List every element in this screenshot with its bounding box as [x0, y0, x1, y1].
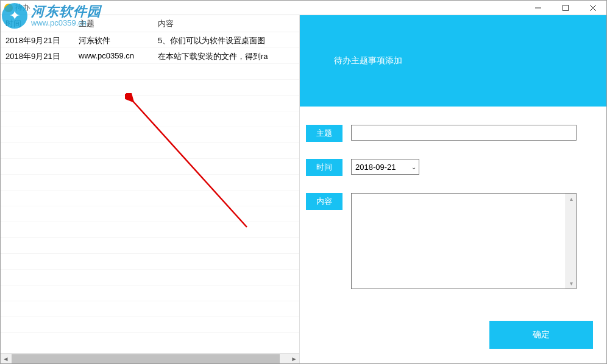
- textarea-scrollbar[interactable]: ▴ ▾: [566, 194, 576, 289]
- cell-content: 在本站下载安装的文件，得到ra: [153, 48, 299, 63]
- app-icon: [4, 4, 13, 12]
- table-row[interactable]: 2018年9月21日 www.pc0359.cn 在本站下载安装的文件，得到ra: [1, 48, 299, 64]
- table-row[interactable]: [1, 111, 299, 127]
- scroll-left-icon[interactable]: ◄: [1, 354, 11, 364]
- content-label: 内容: [306, 193, 343, 210]
- table-row[interactable]: [1, 301, 299, 317]
- content-textarea-wrap: ▴ ▾: [351, 193, 577, 289]
- table-header: 时间 主题 内容: [1, 15, 299, 32]
- horizontal-scrollbar[interactable]: ◄ ►: [1, 353, 299, 363]
- subject-label: 主题: [306, 125, 343, 142]
- svg-rect-1: [563, 5, 568, 10]
- time-row: 时间 2018-09-21 ⌄: [306, 159, 593, 176]
- subject-input[interactable]: [351, 125, 577, 141]
- minimize-icon: [535, 5, 541, 11]
- time-label: 时间: [306, 159, 343, 176]
- add-todo-panel: 待办主题事项添加 主题 时间 2018-09-21 ⌄ 内容 ▴: [299, 15, 606, 363]
- content-textarea[interactable]: [352, 194, 566, 289]
- maximize-icon: [563, 5, 569, 11]
- table-row[interactable]: [1, 206, 299, 222]
- chevron-down-icon: ⌄: [411, 164, 416, 170]
- cell-subject: 河东软件: [74, 32, 153, 47]
- subject-row: 主题: [306, 125, 593, 142]
- cell-content: 5、你们可以为软件设置桌面图: [153, 32, 299, 47]
- date-value: 2018-09-21: [355, 163, 396, 172]
- panel-title: 待办主题事项添加: [334, 55, 402, 66]
- table-row[interactable]: [1, 191, 299, 206]
- table-row[interactable]: [1, 254, 299, 270]
- confirm-button[interactable]: 确定: [489, 321, 593, 349]
- titlebar-left: 待办: [4, 2, 30, 13]
- header-subject[interactable]: 主题: [74, 15, 153, 32]
- table-row[interactable]: [1, 238, 299, 254]
- date-picker[interactable]: 2018-09-21 ⌄: [351, 159, 419, 175]
- cell-time: 2018年9月21日: [1, 32, 74, 47]
- table-row[interactable]: [1, 64, 299, 80]
- table-row[interactable]: [1, 317, 299, 333]
- panel-header: 待办主题事项添加: [300, 15, 606, 107]
- table-row[interactable]: [1, 222, 299, 238]
- table-row[interactable]: [1, 285, 299, 301]
- minimize-button[interactable]: [524, 1, 552, 15]
- window-title: 待办: [15, 2, 30, 13]
- table-row[interactable]: [1, 127, 299, 143]
- table-row[interactable]: 2018年9月21日 河东软件 5、你们可以为软件设置桌面图: [1, 32, 299, 48]
- window-controls: [524, 1, 606, 15]
- todo-list-panel: 时间 主题 内容 2018年9月21日 河东软件 5、你们可以为软件设置桌面图 …: [1, 15, 299, 363]
- table-row[interactable]: [1, 143, 299, 159]
- content-row: 内容 ▴ ▾: [306, 193, 593, 289]
- close-button[interactable]: [579, 1, 606, 15]
- table-row[interactable]: [1, 96, 299, 111]
- maximize-button[interactable]: [552, 1, 579, 15]
- table-row[interactable]: [1, 270, 299, 285]
- table-row[interactable]: [1, 159, 299, 175]
- cell-subject: www.pc0359.cn: [74, 48, 153, 63]
- form-area: 主题 时间 2018-09-21 ⌄ 内容 ▴ ▾: [300, 107, 606, 363]
- todo-table[interactable]: 时间 主题 内容 2018年9月21日 河东软件 5、你们可以为软件设置桌面图 …: [1, 15, 299, 353]
- window-titlebar: 待办: [1, 1, 606, 15]
- scroll-down-icon[interactable]: ▾: [566, 278, 576, 289]
- header-content[interactable]: 内容: [153, 15, 299, 32]
- cell-time: 2018年9月21日: [1, 48, 74, 63]
- table-row[interactable]: [1, 175, 299, 191]
- scroll-up-icon[interactable]: ▴: [566, 194, 576, 204]
- table-row[interactable]: [1, 80, 299, 96]
- header-time[interactable]: 时间: [1, 15, 74, 32]
- scrollbar-thumb[interactable]: [12, 354, 280, 363]
- scroll-right-icon[interactable]: ►: [289, 354, 299, 364]
- close-icon: [590, 5, 596, 11]
